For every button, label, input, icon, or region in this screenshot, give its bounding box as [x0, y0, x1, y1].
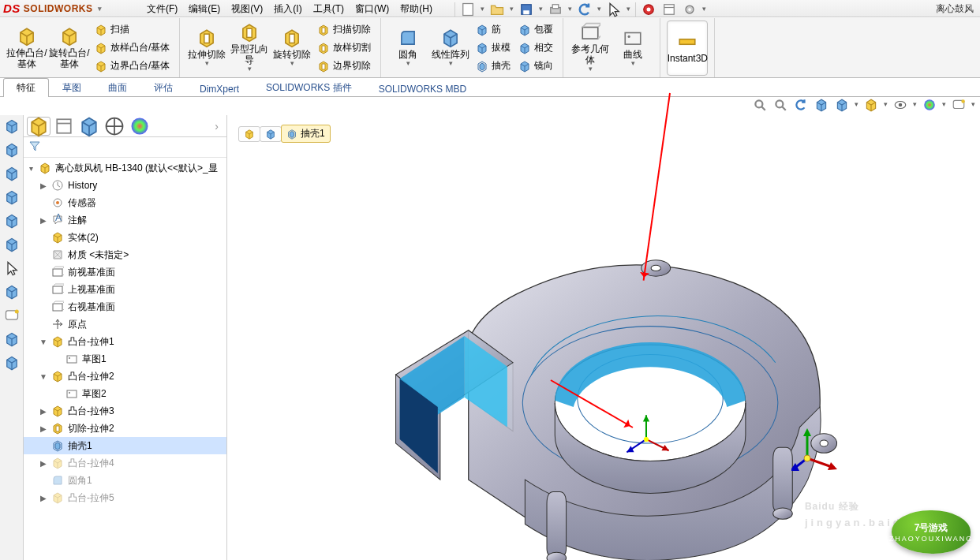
menu-tools[interactable]: 工具(T) — [309, 1, 349, 17]
sidebar-icon-5[interactable] — [4, 213, 20, 229]
pin-menu-icon[interactable] — [439, 2, 448, 17]
menu-help[interactable]: 帮助(H) — [395, 1, 437, 17]
crumb-body[interactable] — [260, 126, 282, 142]
tree-root[interactable]: ▾ 离心鼓风机 HB-1340 (默认<<默认>_显 — [24, 159, 226, 177]
hud-display-style-icon[interactable] — [863, 97, 879, 113]
hud-prev-view-icon[interactable] — [793, 97, 809, 113]
tree-item[interactable]: ▶注解 — [24, 211, 226, 229]
cmd-sweep-cut[interactable]: 扫描切除 — [314, 22, 374, 38]
tab-surfaces[interactable]: 曲面 — [95, 78, 140, 97]
twist-icon[interactable]: ▶ — [39, 407, 47, 416]
cmd-wrap[interactable]: 包覆 — [515, 22, 556, 38]
qat-undo-button[interactable] — [577, 2, 593, 17]
cmd-loft-cut[interactable]: 放样切割 — [314, 40, 374, 56]
cmd-hole-wizard[interactable]: 异型孔向导▾ — [229, 21, 270, 76]
cmd-intersect[interactable]: 相交 — [515, 40, 556, 56]
move-triad[interactable] — [791, 427, 839, 474]
cmd-extrude-cut[interactable]: 拉伸切除▾ — [186, 21, 227, 76]
panel-tab-feature-tree[interactable] — [27, 117, 50, 136]
tree-item[interactable]: 草图1 — [24, 350, 226, 368]
tab-addins[interactable]: SOLIDWORKS 插件 — [252, 78, 365, 97]
tree-item[interactable]: ▶切除-拉伸2 — [24, 420, 226, 437]
twist-icon[interactable]: ▶ — [39, 494, 47, 502]
cmd-boundary-cut[interactable]: 边界切除 — [314, 58, 374, 74]
tab-features[interactable]: 特征 — [3, 78, 49, 97]
qat-open-button[interactable] — [489, 2, 505, 17]
cmd-linear-pattern[interactable]: 线性阵列▾ — [430, 21, 471, 76]
tree-item[interactable]: ▼凸台-拉伸2 — [24, 368, 226, 385]
cmd-draft[interactable]: 拔模 — [473, 40, 514, 56]
sidebar-icon-11[interactable] — [4, 355, 20, 371]
twist-icon[interactable]: ▶ — [39, 181, 47, 190]
tree-item[interactable]: ▶History — [24, 177, 226, 194]
hud-appearance-icon[interactable] — [922, 97, 937, 113]
qat-save-button[interactable] — [518, 2, 534, 17]
qat-print-button[interactable] — [548, 2, 563, 17]
cmd-loft-boss[interactable]: 放样凸台/基体 — [92, 40, 173, 56]
tab-sketch[interactable]: 草图 — [49, 78, 95, 97]
cmd-extrude-boss[interactable]: 拉伸凸台/基体 — [6, 21, 47, 76]
qat-rebuild-button[interactable] — [641, 2, 656, 17]
menu-file[interactable]: 文件(F) — [142, 1, 182, 17]
panel-tab-property[interactable] — [52, 117, 76, 136]
twist-icon[interactable]: ▼ — [39, 372, 47, 381]
tree-item[interactable]: ▶凸台-拉伸3 — [24, 402, 226, 420]
tree-item[interactable]: ▶凸台-拉伸4 — [24, 454, 226, 472]
qat-settings-button[interactable] — [682, 2, 698, 17]
hud-view-orient-icon[interactable] — [834, 97, 850, 113]
cmd-boundary-boss[interactable]: 边界凸台/基体 — [92, 58, 173, 74]
tab-dimxpert[interactable]: DimXpert — [186, 80, 252, 97]
hud-zoom-fit-icon[interactable] — [752, 97, 768, 113]
twist-icon[interactable]: ▶ — [39, 424, 47, 433]
hud-zoom-area-icon[interactable] — [772, 97, 788, 113]
cmd-curves[interactable]: 曲线▾ — [612, 21, 653, 76]
cmd-mirror[interactable]: 镜向 — [515, 58, 556, 74]
qat-options-button[interactable] — [661, 2, 677, 17]
tree-filter[interactable] — [24, 137, 226, 158]
menu-window[interactable]: 窗口(W) — [350, 1, 394, 17]
tree-item[interactable]: ▼凸台-拉伸1 — [24, 333, 226, 350]
panel-tab-dim[interactable] — [103, 117, 126, 136]
hud-section-icon[interactable] — [814, 97, 829, 113]
tree-item[interactable]: 前视基准面 — [24, 263, 226, 281]
cmd-revolve-cut[interactable]: 旋转切除▾ — [271, 21, 312, 76]
twist-icon[interactable]: ▾ — [27, 164, 35, 173]
cmd-ref-geometry[interactable]: 参考几何体▾ — [570, 21, 611, 76]
cmd-revolve-boss[interactable]: 旋转凸台/基体 — [49, 21, 90, 76]
cmd-fillet[interactable]: 圆角▾ — [387, 21, 428, 76]
sidebar-icon-1[interactable] — [4, 118, 20, 134]
cmd-rib[interactable]: 筋 — [473, 22, 514, 38]
menu-edit[interactable]: 编辑(E) — [184, 1, 225, 17]
tree-item[interactable]: 右视基准面 — [24, 298, 226, 315]
sidebar-icon-7[interactable] — [4, 260, 20, 276]
twist-icon[interactable]: ▶ — [39, 459, 47, 468]
sidebar-icon-4[interactable] — [4, 189, 20, 205]
hud-hide-show-icon[interactable] — [892, 97, 908, 113]
panel-tab-display[interactable] — [128, 117, 151, 136]
twist-icon[interactable]: ▼ — [39, 338, 47, 346]
tree-item[interactable]: 上视基准面 — [24, 281, 226, 298]
graphics-area[interactable]: 抽壳1 — [227, 115, 980, 560]
sidebar-icon-8[interactable] — [4, 284, 20, 300]
tree-item[interactable]: 原点 — [24, 315, 226, 333]
sidebar-icon-10[interactable] — [4, 331, 20, 347]
crumb-feature[interactable]: 抽壳1 — [281, 125, 331, 143]
tree-item[interactable]: 传感器 — [24, 194, 226, 211]
crumb-part[interactable] — [238, 126, 260, 142]
qat-select-button[interactable] — [606, 2, 622, 17]
sidebar-icon-9[interactable] — [4, 308, 20, 323]
cmd-sweep[interactable]: 扫描 — [92, 22, 173, 38]
tree-item[interactable]: 实体(2) — [24, 229, 226, 246]
tab-mbd[interactable]: SOLIDWORKS MBD — [365, 80, 480, 97]
sidebar-icon-2[interactable] — [4, 142, 20, 158]
tab-evaluate[interactable]: 评估 — [140, 78, 186, 97]
app-menu-dropdown-icon[interactable]: ▾ — [98, 5, 103, 13]
panel-tab-config[interactable] — [77, 117, 101, 136]
tree-item[interactable]: 材质 <未指定> — [24, 246, 226, 263]
tree-item[interactable]: 圆角1 — [24, 472, 226, 489]
qat-new-button[interactable] — [460, 2, 476, 17]
cmd-instant3d[interactable]: Instant3D — [667, 21, 708, 76]
panel-collapse-icon[interactable]: › — [210, 120, 223, 133]
tree-item[interactable]: 抽壳1 — [24, 437, 226, 454]
hud-scene-icon[interactable] — [951, 97, 967, 113]
